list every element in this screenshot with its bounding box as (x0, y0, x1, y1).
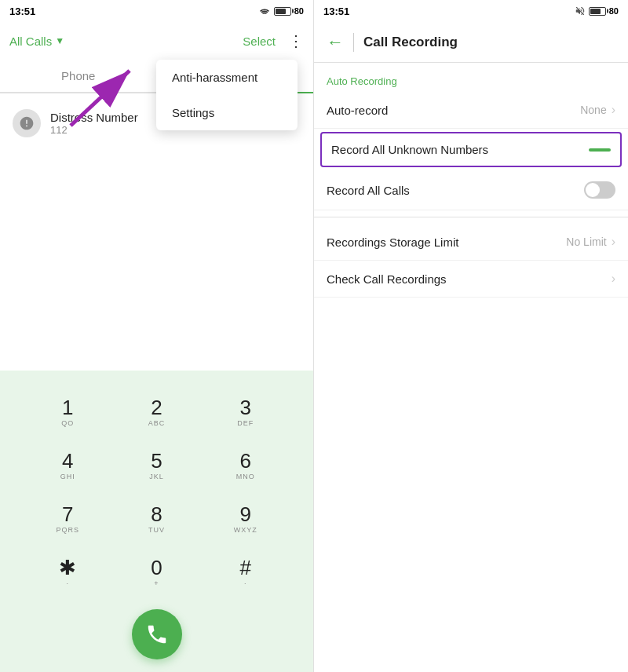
dial-digit-0: 0 (151, 557, 162, 578)
dial-key-7[interactable]: 7 PQRS (24, 493, 112, 546)
dial-letters-hash: · (244, 579, 247, 589)
settings-content: Auto Recording Auto-record None › Record… (314, 63, 628, 672)
dropdown-arrow-icon: ▼ (55, 35, 64, 46)
dial-digit-2: 2 (151, 397, 162, 418)
dial-digit-4: 4 (62, 451, 73, 471)
dial-letters-6: MNO (236, 473, 255, 482)
dial-letters-5: JKL (149, 473, 164, 482)
status-icons-left: 80 (258, 6, 304, 16)
dial-key-2[interactable]: 2 ABC (112, 386, 201, 440)
dial-digit-1: 1 (62, 397, 73, 418)
chevron-right-icon-storage: › (612, 235, 615, 249)
phone-call-icon (145, 623, 169, 646)
right-status-bar: 13:51 80 (314, 0, 628, 22)
header-divider (353, 33, 354, 52)
storage-limit-label: Recordings Storage Limit (327, 236, 458, 249)
dropdown-item-anti-harassment[interactable]: Anti-harassment (156, 60, 298, 95)
dial-letters-8: TUV (148, 526, 165, 535)
chevron-right-icon: › (612, 103, 615, 117)
dial-key-0[interactable]: 0 + (112, 546, 201, 600)
settings-row-record-unknown[interactable]: Record All Unknown Numbers (320, 132, 622, 167)
left-status-bar: 13:51 80 (0, 0, 313, 22)
right-header: ← Call Recording (314, 22, 628, 63)
dial-digit-3: 3 (240, 397, 251, 418)
section-label-auto-recording: Auto Recording (314, 63, 628, 92)
all-calls-label: All Calls (9, 35, 52, 48)
dial-letters-2: ABC (148, 419, 166, 429)
status-time-left: 13:51 (9, 5, 35, 17)
dial-letters-1: QO (61, 419, 74, 429)
top-bar-actions: Select ⋮ (243, 33, 304, 49)
emergency-icon (19, 115, 35, 131)
contact-name: Distress Number (50, 111, 138, 124)
dial-digit-8: 8 (151, 504, 162, 524)
dial-digit-star: ✱ (59, 557, 76, 578)
dial-key-5[interactable]: 5 JKL (112, 440, 201, 493)
dial-key-star[interactable]: ✱ · (24, 546, 112, 600)
right-panel: 13:51 80 ← Call Recording Auto Recording… (314, 0, 628, 672)
right-time-text: 13:51 (323, 5, 349, 17)
check-recordings-value: › (612, 272, 615, 286)
settings-row-storage-limit[interactable]: Recordings Storage Limit No Limit › (314, 224, 628, 261)
dropdown-menu: Anti-harassment Settings (156, 60, 298, 130)
left-time: 13:51 (9, 5, 35, 17)
select-button[interactable]: Select (243, 35, 276, 48)
dial-digit-6: 6 (240, 451, 251, 471)
dial-letters-3: DEF (237, 419, 254, 429)
right-time: 13:51 (323, 5, 349, 17)
record-unknown-label: Record All Unknown Numbers (331, 143, 488, 156)
more-options-button[interactable]: ⋮ (288, 33, 304, 49)
settings-row-auto-record[interactable]: Auto-record None › (314, 92, 628, 129)
auto-record-label: Auto-record (327, 104, 388, 117)
dial-digit-5: 5 (151, 451, 162, 471)
dial-key-6[interactable]: 6 MNO (201, 440, 290, 493)
check-recordings-label: Check Call Recordings (327, 272, 447, 286)
battery-level-left: 80 (294, 6, 304, 16)
dial-key-1[interactable]: 1 QO (24, 386, 112, 440)
auto-record-value: None › (580, 103, 615, 117)
battery-level-right: 80 (609, 6, 619, 16)
page-title: Call Recording (363, 35, 458, 50)
dialpad-grid: 1 QO 2 ABC 3 DEF 4 GHI 5 JKL 6 MNO (24, 386, 290, 600)
dialpad-area: 1 QO 2 ABC 3 DEF 4 GHI 5 JKL 6 MNO (0, 371, 313, 672)
wifi-icon (258, 6, 271, 16)
dial-letters-9: WXYZ (234, 526, 257, 535)
left-panel: 13:51 80 All Calls ▼ Select ⋮ (0, 0, 314, 672)
dial-key-4[interactable]: 4 GHI (24, 440, 112, 493)
call-button[interactable] (132, 609, 182, 659)
settings-row-check-recordings[interactable]: Check Call Recordings › (314, 261, 628, 298)
section-divider (314, 217, 628, 217)
settings-row-record-all[interactable]: Record All Calls (314, 170, 628, 210)
dial-letters-7: PQRS (56, 526, 79, 535)
battery-icon-left (274, 7, 291, 16)
back-button[interactable]: ← (327, 32, 344, 53)
call-button-wrapper (0, 609, 313, 659)
dial-key-hash[interactable]: # · (201, 546, 290, 600)
green-dash-indicator (589, 148, 611, 152)
dial-letters-4: GHI (60, 473, 75, 482)
avatar (13, 109, 41, 137)
battery-icon-right (589, 7, 606, 16)
contact-number: 112 (50, 124, 138, 136)
dial-key-8[interactable]: 8 TUV (112, 493, 201, 546)
record-all-toggle[interactable] (584, 181, 615, 199)
right-status-icons: 80 (575, 5, 619, 16)
contact-details: Distress Number 112 (50, 111, 138, 136)
dial-key-9[interactable]: 9 WXYZ (201, 493, 290, 546)
storage-limit-value: No Limit › (566, 235, 615, 249)
all-calls-button[interactable]: All Calls ▼ (9, 35, 64, 48)
tab-phone[interactable]: Phone (0, 60, 157, 92)
mute-icon (575, 5, 586, 16)
dial-letters-star: · (66, 579, 69, 589)
dial-digit-7: 7 (62, 504, 73, 524)
dial-digit-9: 9 (240, 504, 251, 524)
record-all-label: Record All Calls (327, 184, 410, 197)
dropdown-item-settings[interactable]: Settings (156, 95, 298, 130)
dial-letters-0: + (154, 579, 159, 589)
left-top-bar: All Calls ▼ Select ⋮ (0, 22, 313, 60)
dial-digit-hash: # (240, 557, 251, 578)
dial-key-3[interactable]: 3 DEF (201, 386, 290, 440)
chevron-right-icon-check: › (612, 272, 615, 286)
